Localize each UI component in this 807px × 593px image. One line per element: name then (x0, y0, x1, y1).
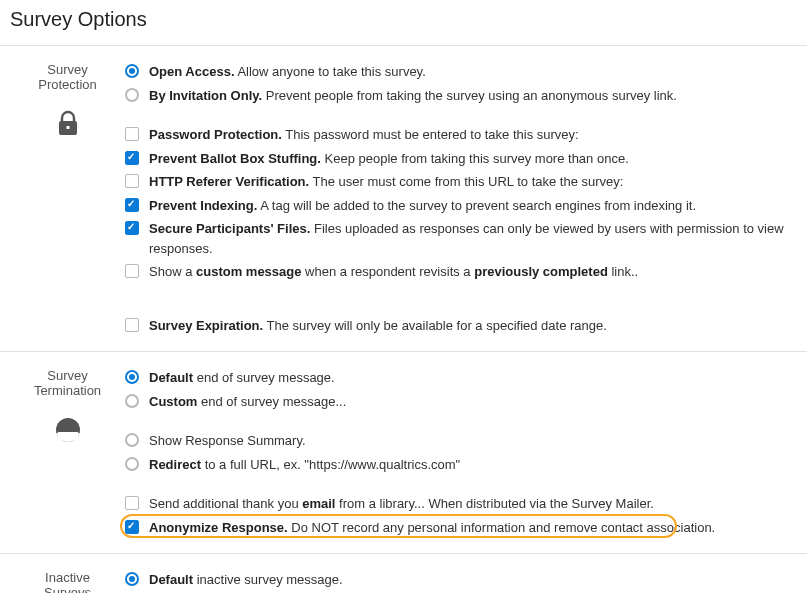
label-custom-eos: Custom end of survey message... (149, 392, 797, 412)
check-password-protection[interactable] (125, 127, 139, 141)
label-by-invitation: By Invitation Only. Prevent people from … (149, 86, 797, 106)
section-protection: Survey Protection Open Access. Allow any… (0, 46, 807, 351)
radio-open-access[interactable] (125, 64, 139, 78)
check-custom-message[interactable] (125, 264, 139, 278)
label-default-inactive: Default inactive survey message. (149, 570, 797, 590)
section-termination: Survey Termination Default end of survey… (0, 352, 807, 553)
label-secure-files: Secure Participants' Files. Files upload… (149, 219, 797, 258)
section-label-termination: Survey Termination (10, 366, 125, 444)
label-ballot-box: Prevent Ballot Box Stuffing. Keep people… (149, 149, 797, 169)
radio-by-invitation[interactable] (125, 88, 139, 102)
check-anonymize-response[interactable] (125, 520, 139, 534)
section-label-inactive: Inactive Surveys (10, 568, 125, 593)
label-http-referer: HTTP Referer Verification. The user must… (149, 172, 797, 192)
check-ballot-box[interactable] (125, 151, 139, 165)
svg-rect-6 (56, 433, 80, 443)
label-password-protection: Password Protection. This password must … (149, 125, 797, 145)
check-thank-you-email[interactable] (125, 496, 139, 510)
label-redirect: Redirect to a full URL, ex. "https://www… (149, 455, 797, 475)
section-label-protection: Survey Protection (10, 60, 125, 138)
label-open-access: Open Access. Allow anyone to take this s… (149, 62, 797, 82)
section-inactive: Inactive Surveys Default inactive survey… (0, 554, 807, 593)
label-survey-expiration: Survey Expiration. The survey will only … (149, 316, 797, 336)
label-prevent-indexing: Prevent Indexing. A tag will be added to… (149, 196, 797, 216)
label-thank-you-email: Send additional thank you email from a l… (149, 494, 797, 514)
label-default-eos: Default end of survey message. (149, 368, 797, 388)
radio-custom-eos[interactable] (125, 394, 139, 408)
radio-redirect[interactable] (125, 457, 139, 471)
radio-response-summary[interactable] (125, 433, 139, 447)
svg-rect-1 (66, 126, 69, 129)
check-survey-expiration[interactable] (125, 318, 139, 332)
radio-default-inactive[interactable] (125, 572, 139, 586)
check-secure-files[interactable] (125, 221, 139, 235)
label-response-summary: Show Response Summary. (149, 431, 797, 451)
termination-icon (10, 416, 125, 444)
page-title: Survey Options (0, 0, 807, 45)
label-custom-message: Show a custom message when a respondent … (149, 262, 797, 282)
check-http-referer[interactable] (125, 174, 139, 188)
radio-default-eos[interactable] (125, 370, 139, 384)
lock-icon (10, 110, 125, 138)
check-prevent-indexing[interactable] (125, 198, 139, 212)
label-anonymize-response: Anonymize Response. Do NOT record any pe… (149, 518, 797, 538)
